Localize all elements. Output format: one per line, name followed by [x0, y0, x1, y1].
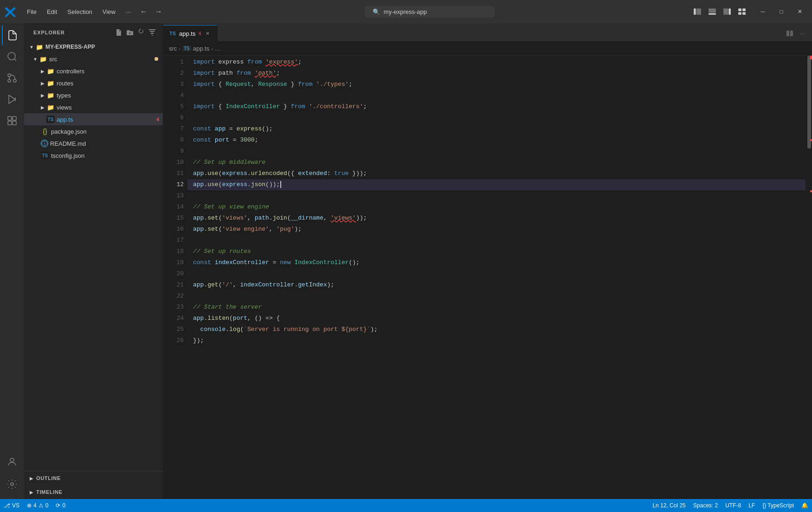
tree-tsconfig[interactable]: ▶ TS tsconfig.json	[24, 149, 163, 162]
tab-close-button[interactable]: ×	[204, 30, 212, 37]
svg-rect-8	[738, 12, 741, 15]
new-file-button[interactable]	[114, 27, 124, 38]
tree-controllers[interactable]: ▶ 📁 controllers	[24, 65, 163, 77]
code-line-9	[187, 146, 806, 157]
status-left: ⎇ VS ⊗ 4 ⚠ 0 ⟳ 0	[0, 499, 69, 512]
svg-point-12	[13, 79, 16, 82]
status-sync[interactable]: ⟳ 0	[52, 499, 69, 512]
sidebar-toggle-icon[interactable]	[690, 5, 704, 18]
tree-src[interactable]: ▼ 📁 src	[24, 53, 163, 65]
controllers-folder-icon: 📁	[46, 67, 55, 75]
new-folder-button[interactable]	[125, 27, 135, 38]
layout-icon[interactable]	[735, 5, 749, 18]
package-json-icon: {}	[41, 127, 49, 136]
tree-routes[interactable]: ▶ 📁 routes	[24, 77, 163, 89]
tree-views[interactable]: ▶ 📁 views	[24, 101, 163, 113]
svg-point-21	[10, 458, 14, 462]
svg-rect-1	[696, 8, 701, 15]
types-folder-icon: 📁	[46, 91, 55, 99]
main-layout: EXPLORER ▼ 📁 MY-EXPR	[0, 23, 812, 499]
win-restore[interactable]: □	[773, 5, 790, 18]
code-content[interactable]: import express from 'express'; import pa…	[187, 56, 806, 499]
menu-edit[interactable]: Edit	[42, 6, 62, 17]
activity-settings[interactable]	[2, 474, 22, 494]
tab-app-ts[interactable]: TS app.ts 4 ×	[163, 25, 218, 41]
spaces-text: Spaces: 2	[693, 502, 718, 509]
scrollbar-track[interactable]	[806, 56, 812, 499]
svg-point-13	[8, 74, 11, 77]
tree-types[interactable]: ▶ 📁 types	[24, 89, 163, 101]
breadcrumb: src › TS app.ts › …	[163, 42, 812, 56]
code-line-26: });	[187, 335, 806, 346]
status-language[interactable]: {} TypeScript	[759, 499, 798, 512]
src-folder-icon: 📁	[39, 55, 47, 63]
sidebar-right-icon[interactable]	[720, 5, 734, 18]
status-errors[interactable]: ⊗ 4 ⚠ 0	[23, 499, 52, 512]
tree-root[interactable]: ▼ 📁 MY-EXPRESS-APP	[24, 41, 163, 53]
controllers-arrow: ▶	[39, 67, 46, 75]
timeline-section[interactable]: ▶ TIMELINE	[24, 485, 163, 499]
breadcrumb-src[interactable]: src	[169, 45, 177, 52]
win-close[interactable]: ✕	[792, 5, 808, 18]
split-editor-button[interactable]	[784, 28, 795, 39]
controllers-label: controllers	[57, 68, 163, 75]
svg-rect-23	[786, 31, 789, 36]
src-label: src	[49, 56, 155, 63]
code-line-23: // Start the server	[187, 302, 806, 313]
status-eol[interactable]: LF	[745, 499, 759, 512]
code-editor: 12345 678910 1112131415 1617181920 21222…	[163, 56, 812, 499]
status-notification[interactable]: 🔔	[798, 499, 812, 512]
activity-git[interactable]	[2, 68, 22, 88]
warning-count: 0	[45, 502, 49, 509]
nav-back[interactable]: ←	[137, 5, 150, 18]
more-actions-button[interactable]: ···	[797, 28, 808, 39]
activity-search[interactable]	[2, 46, 22, 67]
tree-app-ts[interactable]: ▶ TS app.ts 4	[24, 113, 163, 125]
menu-selection[interactable]: Selection	[63, 6, 97, 17]
activity-extensions[interactable]	[2, 110, 22, 131]
code-line-18: // Set up routes	[187, 246, 806, 257]
collapse-button[interactable]	[147, 27, 157, 38]
menu-file[interactable]: File	[22, 6, 41, 17]
tree-readme[interactable]: ▶ ⓘ README.md	[24, 137, 163, 149]
code-line-10: // Set up middleware	[187, 157, 806, 168]
views-folder-icon: 📁	[46, 103, 55, 111]
win-minimize[interactable]: ─	[754, 5, 771, 18]
sidebar-title: EXPLORER	[33, 30, 65, 35]
app-ts-icon: TS	[46, 116, 55, 123]
status-cursor[interactable]: Ln 12, Col 25	[649, 499, 689, 512]
status-spaces[interactable]: Spaces: 2	[690, 499, 722, 512]
app-logo	[4, 5, 17, 18]
scrollbar-thumb[interactable]	[807, 56, 811, 149]
timeline-arrow: ▶	[30, 490, 33, 495]
activity-run[interactable]	[2, 89, 22, 110]
refresh-button[interactable]	[136, 27, 146, 38]
breadcrumb-ts-icon: TS	[182, 45, 191, 52]
search-box[interactable]: 🔍 my-express-app	[365, 6, 495, 18]
error-icon: ⊗	[27, 502, 32, 509]
status-git-branch[interactable]: ⎇ VS	[0, 499, 23, 512]
root-label: MY-EXPRESS-APP	[45, 44, 163, 50]
search-text: my-express-app	[384, 8, 427, 15]
root-arrow: ▼	[28, 43, 35, 51]
activity-account[interactable]	[2, 452, 22, 472]
layout-icons	[690, 5, 749, 18]
breadcrumb-sep2: ›	[211, 46, 213, 52]
svg-rect-2	[709, 8, 716, 13]
menu-view[interactable]: View	[98, 6, 120, 17]
code-line-8: const port = 3000;	[187, 135, 806, 146]
panel-toggle-icon[interactable]	[705, 5, 719, 18]
outline-section[interactable]: ▶ OUTLINE	[24, 471, 163, 485]
breadcrumb-symbol[interactable]: …	[215, 45, 221, 52]
tree-package-json[interactable]: ▶ {} package.json	[24, 125, 163, 137]
error-marker-2	[810, 139, 812, 141]
src-dot	[155, 57, 158, 61]
breadcrumb-file[interactable]: app.ts	[193, 45, 209, 52]
svg-rect-19	[8, 121, 12, 125]
status-encoding[interactable]: UTF-8	[722, 499, 745, 512]
activity-explorer[interactable]	[2, 25, 22, 45]
nav-forward[interactable]: →	[152, 5, 165, 18]
svg-point-10	[8, 52, 15, 60]
types-label: types	[57, 92, 163, 99]
menu-more[interactable]: ···	[121, 6, 135, 17]
